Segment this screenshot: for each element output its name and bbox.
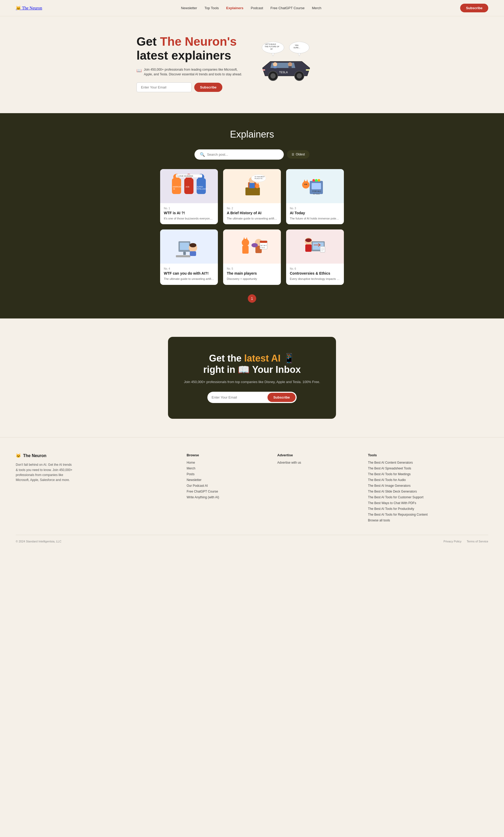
hero-subscribe-button[interactable]: Subscribe xyxy=(194,83,222,92)
footer-link-posts[interactable]: Posts xyxy=(187,472,267,476)
svg-rect-62 xyxy=(190,251,196,256)
cta-title-suffix: right in 📖 Your Inbox xyxy=(203,364,301,375)
svg-text:AI: AI xyxy=(173,188,175,190)
cta-subscribe-button[interactable]: Subscribe xyxy=(268,393,295,402)
card-illus-2: IS THIS BEST PLACE TO... xyxy=(234,173,270,199)
card-desc-2: The ultimate guide to unraveling artific… xyxy=(227,217,277,220)
footer-tools-title: Tools xyxy=(368,453,488,457)
card-image-4 xyxy=(160,230,218,264)
footer-link-chatgpt-course[interactable]: Free ChatGPT Course xyxy=(187,489,267,493)
footer-privacy-policy[interactable]: Privacy Policy xyxy=(444,540,462,543)
nav-link-top-tools[interactable]: Top Tools xyxy=(204,6,219,10)
svg-text:INTELLIGENT: INTELLIGENT xyxy=(197,188,208,190)
card-desc-1: It's one of those buzzwords everyone, fr… xyxy=(164,217,214,220)
search-bar[interactable]: 🔍 xyxy=(195,149,284,160)
hero-car-illustration: LET'S BUILD THE FUTURE OF AI! YEA SURE..… xyxy=(257,42,315,84)
nav-link-explainers[interactable]: Explainers xyxy=(226,6,244,10)
cta-title-icon: 📱 xyxy=(281,353,295,363)
svg-point-50 xyxy=(318,179,320,182)
card-illus-1: NARROW AI AGE SUPER- INTELLIGENT I LOVE … xyxy=(170,173,208,199)
footer-tool-audio[interactable]: The Best AI Tools for Audio xyxy=(368,478,488,482)
card-6[interactable]: No. 6 Controversies & Ethics Every disru… xyxy=(286,230,344,285)
svg-text:AI!: AI! xyxy=(270,48,273,50)
card-title-2: A Brief History of AI xyxy=(227,211,277,215)
footer-tool-chat-pdfs[interactable]: The Best Ways to Chat With PDFs xyxy=(368,501,488,505)
card-2[interactable]: IS THIS BEST PLACE TO... No. 2 A Brief H… xyxy=(223,169,281,224)
footer-tools-col: Tools The Best AI Content Generators The… xyxy=(368,453,488,524)
nav-link-newsletter[interactable]: Newsletter xyxy=(181,6,197,10)
footer-tool-spreadsheet[interactable]: The Best AI Spreadsheet Tools xyxy=(368,466,488,470)
svg-text:FOR ALL: FOR ALL xyxy=(312,190,321,193)
card-num-5: No. 5 xyxy=(227,267,277,270)
page-1-button[interactable]: 1 xyxy=(248,294,256,303)
navbar: 🐱 The Neuron Newsletter Top Tools Explai… xyxy=(0,0,504,16)
svg-text:PLACE TO...: PLACE TO... xyxy=(255,178,264,179)
footer-browse-all-tools[interactable]: Browse all tools xyxy=(368,518,488,522)
hero-title-prefix: Get xyxy=(137,35,160,48)
card-num-6: No. 6 xyxy=(290,267,340,270)
footer-tool-content-gen[interactable]: The Best AI Content Generators xyxy=(368,461,488,464)
card-illus-4 xyxy=(170,233,208,260)
footer-brand: 🐱 The Neuron Don't fall behind on AI. Ge… xyxy=(16,453,176,524)
footer-terms-of-service[interactable]: Terms of Service xyxy=(467,540,488,543)
svg-text:YEA: YEA xyxy=(295,44,299,46)
hero-title-brand: The Neuron's xyxy=(160,35,236,48)
explainers-title: Explainers xyxy=(0,129,504,140)
hero-title: Get The Neuron's latest explainers xyxy=(137,35,247,63)
filter-button[interactable]: ☰ Oldest xyxy=(287,150,310,159)
footer-link-newsletter[interactable]: Newsletter xyxy=(187,478,267,482)
footer-tool-image-gen[interactable]: The Best AI Image Generators xyxy=(368,484,488,487)
svg-text:SUPER-: SUPER- xyxy=(197,186,203,188)
footer-link-home[interactable]: Home xyxy=(187,461,267,464)
footer-logo-icon: 🐱 xyxy=(16,453,21,458)
footer-link-advertise[interactable]: Advertise with us xyxy=(277,461,357,464)
search-input[interactable] xyxy=(207,153,278,157)
nav-link-podcast[interactable]: Podcast xyxy=(251,6,263,10)
card-4[interactable]: No. 4 WTF can you do with AI?! The ultim… xyxy=(160,230,218,285)
search-icon: 🔍 xyxy=(200,152,205,157)
footer-link-podcast-ai[interactable]: Our Podcast AI xyxy=(187,484,267,487)
footer-tool-productivity[interactable]: The Best AI Tools for Productivity xyxy=(368,507,488,511)
footer-link-write-anything[interactable]: Write Anything (with AI) xyxy=(187,495,267,499)
svg-text:M T W T: M T W T xyxy=(261,245,267,246)
hero-title-suffix: latest explainers xyxy=(137,49,231,62)
cta-email-input[interactable] xyxy=(212,395,268,399)
svg-text:TESLA: TESLA xyxy=(279,71,288,74)
cards-grid: NARROW AI AGE SUPER- INTELLIGENT I LOVE … xyxy=(152,169,352,285)
svg-marker-8 xyxy=(298,53,301,56)
logo-icon: 🐱 xyxy=(16,6,21,10)
svg-point-17 xyxy=(270,73,276,78)
nav-link-chatgpt-course[interactable]: Free ChatGPT Course xyxy=(270,6,305,10)
pagination: 1 xyxy=(0,294,504,303)
card-title-5: The main players xyxy=(227,271,277,275)
card-1[interactable]: NARROW AI AGE SUPER- INTELLIGENT I LOVE … xyxy=(160,169,218,224)
nav-logo[interactable]: 🐱 The Neuron xyxy=(16,5,42,11)
card-num-2: No. 2 xyxy=(227,207,277,210)
svg-marker-11 xyxy=(277,63,295,68)
svg-point-14 xyxy=(288,62,292,67)
svg-rect-15 xyxy=(288,66,292,68)
footer-tool-customer-support[interactable]: The Best AI Tools for Customer Support xyxy=(368,495,488,499)
hero-sub-icon: 📖 xyxy=(137,68,142,74)
card-body-3: No. 3 AI Today The future of AI holds im… xyxy=(286,203,344,224)
hero-email-input[interactable] xyxy=(137,83,192,92)
svg-rect-47 xyxy=(311,183,321,189)
nav-link-merch[interactable]: Merch xyxy=(312,6,321,10)
card-5[interactable]: M T W T F S S No. 5 The main players Dis… xyxy=(223,230,281,285)
card-desc-6: Every disruptive technology impacts soci… xyxy=(290,277,340,281)
svg-rect-22 xyxy=(263,69,265,71)
svg-point-49 xyxy=(315,179,318,182)
nav-subscribe-button[interactable]: Subscribe xyxy=(460,4,488,12)
card-title-3: AI Today xyxy=(290,211,340,215)
footer-tool-meetings[interactable]: The Best AI Tools for Meetings xyxy=(368,472,488,476)
svg-point-71 xyxy=(251,243,258,247)
card-3[interactable]: FOR ALL AI Tools No. 3 AI Today The futu… xyxy=(286,169,344,224)
svg-point-51 xyxy=(302,181,309,189)
search-bar-row: 🔍 ☰ Oldest xyxy=(0,149,504,160)
svg-text:LET'S BUILD: LET'S BUILD xyxy=(265,43,276,45)
svg-text:I LOVE HUMANS: I LOVE HUMANS xyxy=(177,175,193,177)
footer-tool-slide-deck[interactable]: The Best AI Slide Deck Generators xyxy=(368,489,488,493)
footer-browse-col: Browse Home Merch Posts Newsletter Our P… xyxy=(187,453,267,524)
footer-link-merch[interactable]: Merch xyxy=(187,466,267,470)
footer-tool-repurposing[interactable]: The Best AI Tools for Repurposing Conten… xyxy=(368,513,488,516)
